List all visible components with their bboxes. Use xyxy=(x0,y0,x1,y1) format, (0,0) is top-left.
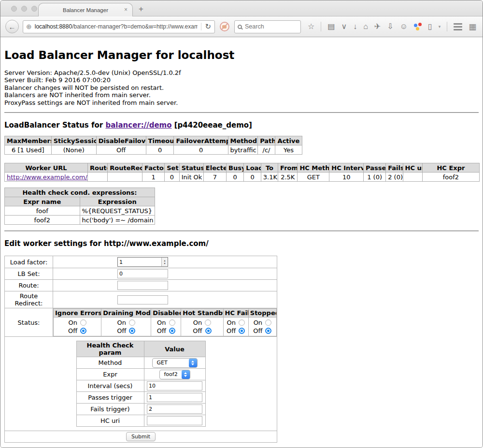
radio-stopped-on[interactable] xyxy=(265,319,271,326)
radio-hc-fail-off[interactable] xyxy=(239,328,245,334)
radio-disabled-off[interactable] xyxy=(169,328,175,334)
edit-worker-heading: Edit worker settings for http://www.exam… xyxy=(4,239,479,248)
radio-ignore-errors-on[interactable] xyxy=(80,319,86,326)
feedback-smiley-icon[interactable]: ☺ xyxy=(400,23,408,30)
toolbar-icons: ☆ ▤ ∨ ↓ ⌂ ✈ ⇩ ☺ ▯ ▾ ▦ xyxy=(308,22,476,32)
heading-suffix: [p4420eeae_demo] xyxy=(172,121,252,130)
route-input[interactable] xyxy=(117,281,168,290)
radio-ignore-errors-off[interactable] xyxy=(80,328,86,334)
radio-draining-mode-on[interactable] xyxy=(129,319,135,326)
form-row-status: Status: Ignore Errors Draining Mode Disa… xyxy=(5,308,277,337)
col-fails: Fails xyxy=(386,163,403,173)
col-disablefailover: DisableFailover xyxy=(96,136,146,145)
col-hc-fail: HC Fail xyxy=(223,309,248,318)
on-label: On xyxy=(117,319,126,326)
form-row-lb-set: LB Set: xyxy=(5,268,277,280)
col-expression: Expression xyxy=(80,197,155,206)
cell-expr-name: foof2 xyxy=(5,216,80,225)
col-timeout: Timeout xyxy=(146,136,174,145)
battery-extension-icon[interactable]: ▯ xyxy=(428,23,432,30)
search-bar[interactable] xyxy=(234,20,301,33)
interval-input[interactable] xyxy=(147,381,202,390)
cell-disablefailover: Off xyxy=(96,145,146,155)
reading-list-icon[interactable]: ▤ xyxy=(327,23,335,30)
radio-group-hc-fail: On Off xyxy=(224,318,248,336)
fails-input[interactable] xyxy=(147,405,202,414)
select-arrows-icon xyxy=(189,359,197,367)
bookmark-star-icon[interactable]: ☆ xyxy=(308,23,314,30)
route-redirect-input[interactable] xyxy=(117,295,168,304)
radio-hc-fail-on[interactable] xyxy=(239,319,245,326)
load-factor-input[interactable] xyxy=(118,258,161,266)
navigation-toolbar: ← ⊕ localhost:8880/balancer-manager?b=de… xyxy=(0,16,483,37)
downloads-icon[interactable]: ↓ xyxy=(353,23,357,30)
adblock-icon[interactable] xyxy=(220,22,229,31)
expr-select[interactable]: foof2 xyxy=(159,370,190,379)
colors-extension-icon[interactable] xyxy=(414,23,422,30)
reload-icon[interactable]: ↻ xyxy=(205,22,211,31)
health-check-expressions-table: Health check cond. expressions: Expr nam… xyxy=(4,188,155,225)
radio-hot-standby-off[interactable] xyxy=(205,328,212,334)
lb-set-input[interactable] xyxy=(117,269,168,278)
method-selected-value: GET xyxy=(157,360,168,366)
col-routeredir: RouteRedir xyxy=(108,163,142,173)
col-elected: Elected xyxy=(203,163,226,173)
grid-extension-icon[interactable]: ▦ xyxy=(469,22,476,32)
col-disabled: Disabled xyxy=(151,309,181,318)
cell-expr-name: foof xyxy=(5,206,80,216)
page-content: Load Balancer Manager for localhost Serv… xyxy=(0,37,483,448)
url-bar[interactable]: ⊕ localhost:8880/balancer-manager?b=demo… xyxy=(23,20,215,33)
method-label: Method xyxy=(76,357,144,369)
cell-busy: 0 xyxy=(227,173,244,182)
menu-icon[interactable] xyxy=(454,23,462,30)
radio-group-stopped: On Off xyxy=(249,318,276,336)
off-label: Off xyxy=(157,327,166,334)
home-icon[interactable]: ⌂ xyxy=(363,23,368,30)
col-from: From xyxy=(278,163,298,173)
cell-elected: 7 xyxy=(203,173,226,182)
radio-draining-mode-off[interactable] xyxy=(129,328,135,334)
col-ignore-errors: Ignore Errors xyxy=(54,309,101,318)
zoom-window-button[interactable] xyxy=(31,6,37,12)
hc-uri-input[interactable] xyxy=(147,416,202,425)
site-identity-globe-icon[interactable]: ⊕ xyxy=(26,23,32,30)
close-tab-icon[interactable]: × xyxy=(124,7,128,13)
radio-disabled-on[interactable] xyxy=(169,319,175,326)
close-window-button[interactable] xyxy=(11,6,17,12)
table-row: http://www.example.com/ 1 0 Init Ok 7 0 … xyxy=(5,173,480,182)
cell-worker-url: http://www.example.com/ xyxy=(5,173,88,182)
url-text[interactable]: localhost:8880/balancer-manager?b=demo&w… xyxy=(35,23,198,30)
table-row: foof %{REQUEST_STATUS} =~ /^[234]/ xyxy=(5,206,155,216)
worker-url-link[interactable]: http://www.example.com/ xyxy=(7,173,87,181)
method-select[interactable]: GET xyxy=(152,358,198,368)
col-passes: Passes xyxy=(364,163,386,173)
col-hot-standby: Hot Standby xyxy=(181,309,223,318)
passes-label: Passes trigger xyxy=(76,392,144,404)
minimize-window-button[interactable] xyxy=(21,6,27,12)
server-built: Server Built: Feb 9 2016 07:00:20 xyxy=(4,76,479,84)
send-icon[interactable]: ✈ xyxy=(374,23,381,30)
interval-label: Interval (secs) xyxy=(76,380,144,392)
radio-hot-standby-on[interactable] xyxy=(205,319,211,326)
number-spinner-icon[interactable]: ▴▾ xyxy=(161,258,168,266)
passes-input[interactable] xyxy=(147,393,202,402)
radio-group-ignore-errors: On Off xyxy=(54,318,101,336)
page-title: Load Balancer Manager for localhost xyxy=(4,49,479,61)
col-draining-mode: Draining Mode xyxy=(101,309,151,318)
col-expr-name: Expr name xyxy=(5,197,80,206)
form-row-load-factor: Load factor: ▴▾ xyxy=(5,256,277,268)
loadbalancer-status-table: MaxMembers StickySession DisableFailover… xyxy=(4,136,302,155)
submit-button[interactable]: Submit xyxy=(126,432,156,441)
loadbalancer-status-heading: LoadBalancer Status for balancer://demo … xyxy=(4,121,479,130)
tab-balancer-manager[interactable]: Balancer Manager × xyxy=(38,3,133,16)
cell-routeredir xyxy=(108,173,142,182)
radio-stopped-off[interactable] xyxy=(265,328,271,334)
cell-load: 0 xyxy=(244,173,261,182)
balancer-demo-link[interactable]: balancer://demo xyxy=(105,121,171,130)
new-tab-button[interactable]: + xyxy=(139,4,143,14)
search-input[interactable] xyxy=(245,23,298,30)
chevron-down-icon[interactable]: ▾ xyxy=(439,24,441,29)
pocket-icon[interactable]: ∨ xyxy=(341,23,347,30)
back-button[interactable]: ← xyxy=(5,20,19,33)
download-box-icon[interactable]: ⇩ xyxy=(387,23,393,30)
